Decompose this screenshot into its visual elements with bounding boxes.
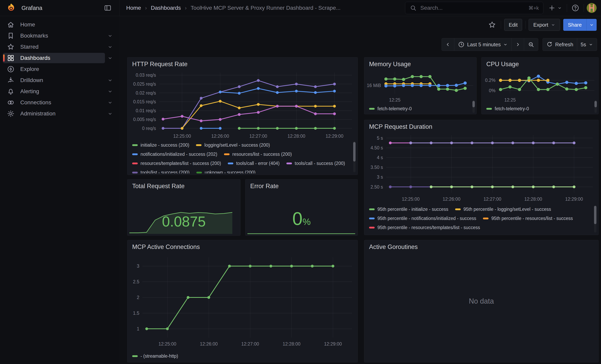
svg-text:12:25:00: 12:25:00: [173, 134, 191, 139]
topbar-actions: ⌘+k: [405, 2, 601, 14]
favorite-star-icon[interactable]: [487, 19, 498, 30]
panel-title[interactable]: Active Goroutines: [364, 242, 598, 252]
sidebar-item-home: Home: [3, 19, 115, 30]
svg-text:1: 1: [137, 326, 139, 331]
panel-total-request-rate: Total Request Rate 0.0875: [127, 179, 240, 236]
help-icon[interactable]: [570, 2, 581, 13]
sidebar-link-alerting[interactable]: Alerting: [3, 86, 105, 97]
legend-item[interactable]: notifications/initialized - success (202…: [132, 150, 217, 159]
legend-item[interactable]: logging/setLevel - success (200): [196, 140, 270, 150]
legend-item[interactable]: 95th percentile - resources/list - succe…: [483, 214, 573, 223]
panel-title[interactable]: HTTP Request Rate: [127, 59, 358, 69]
legend-item[interactable]: unknown - success (200): [196, 168, 256, 173]
memory-usage-chart[interactable]: 12:2516 MiB: [364, 67, 476, 102]
svg-text:12:28:00: 12:28:00: [524, 197, 542, 202]
sidebar-item-connections: Connections: [3, 97, 115, 108]
svg-text:1.5: 1.5: [133, 311, 139, 316]
sidebar-link-connections[interactable]: Connections: [3, 97, 105, 108]
edit-button[interactable]: Edit: [504, 19, 522, 31]
connections-legend: - (streamable-http): [132, 352, 351, 361]
divider: [501, 21, 501, 29]
expand-section-button[interactable]: [105, 44, 115, 50]
svg-text:12:25:00: 12:25:00: [158, 341, 176, 346]
time-shift-forward-button[interactable]: [511, 38, 524, 51]
legend-item[interactable]: initialize - success (200): [132, 140, 189, 150]
sidebar-link-starred[interactable]: Starred: [3, 42, 105, 52]
sidebar-item-label: Dashboards: [20, 55, 50, 61]
sidebar-link-bookmarks[interactable]: Bookmarks: [3, 31, 105, 41]
svg-text:5 s: 5 s: [377, 136, 383, 141]
sidebar-item-label: Connections: [20, 99, 51, 106]
drilldown-icon: [7, 76, 15, 84]
legend-item[interactable]: resources/list - success (200): [224, 150, 292, 159]
legend-item[interactable]: tools/list - success (200): [132, 168, 190, 173]
legend-swatch: [483, 217, 489, 219]
panel-title[interactable]: Error Rate: [245, 181, 358, 191]
breadcrumb-separator: ›: [145, 5, 147, 11]
sidebar-item-alerting: Alerting: [3, 86, 115, 97]
new-button[interactable]: [546, 2, 564, 13]
legend-item[interactable]: 95th percentile - logging/setLevel - suc…: [455, 205, 551, 214]
time-shift-back-button[interactable]: [442, 38, 454, 51]
mega-menu-toggle-icon[interactable]: [102, 2, 113, 13]
cpu-usage-chart[interactable]: 12:250%0.2%: [481, 67, 598, 102]
search-input[interactable]: [420, 5, 525, 11]
http-request-rate-chart[interactable]: 12:25:0012:26:0012:27:0012:28:0012:29:00…: [127, 69, 358, 140]
grafana-logo-icon[interactable]: [6, 3, 16, 13]
legend-item[interactable]: tools/call - success (200): [286, 159, 345, 168]
mcp-active-connections-chart[interactable]: 12:25:0012:26:0012:27:0012:28:0012:29:00…: [127, 252, 358, 350]
legend-scrollbar[interactable]: [594, 206, 596, 232]
sidebar-link-drilldown[interactable]: Drilldown: [3, 75, 105, 85]
search-box[interactable]: ⌘+k: [405, 2, 543, 14]
legend-swatch: [224, 153, 230, 155]
legend-item[interactable]: fetch-telemetry-0: [369, 104, 412, 113]
legend-scrollbar[interactable]: [353, 141, 356, 172]
search-icon: [410, 4, 417, 11]
legend-item[interactable]: resources/templates/list - success (200): [132, 159, 221, 168]
legend-swatch: [369, 108, 375, 110]
user-avatar[interactable]: [587, 3, 597, 13]
legend-item[interactable]: tools/call - error (404): [228, 159, 280, 168]
legend-label: fetch-telemetry-0: [495, 106, 529, 111]
zoom-out-button[interactable]: [524, 38, 538, 51]
legend-item[interactable]: - (streamable-http): [132, 352, 178, 361]
share-button[interactable]: Share: [563, 19, 587, 31]
expand-section-button[interactable]: [105, 89, 115, 94]
sidebar-link-dashboards[interactable]: Dashboards: [3, 53, 105, 63]
legend-scrollbar[interactable]: [472, 100, 475, 113]
breadcrumb-home[interactable]: Home: [126, 5, 141, 11]
expand-section-button[interactable]: [105, 55, 115, 61]
svg-text:12:27:00: 12:27:00: [241, 341, 259, 346]
mcp-request-duration-chart[interactable]: 12:25:0012:26:0012:27:0012:28:0012:29:00…: [364, 132, 598, 204]
sidebar-link-explore[interactable]: Explore: [3, 64, 115, 74]
expand-section-button[interactable]: [105, 100, 115, 105]
expand-section-button[interactable]: [105, 78, 115, 83]
legend-swatch: [369, 208, 375, 210]
time-range-picker[interactable]: Last 5 minutes: [454, 38, 511, 51]
refresh-interval-picker[interactable]: 5s: [577, 38, 597, 51]
share-dropdown-button[interactable]: [587, 19, 597, 31]
refresh-button[interactable]: Refresh: [543, 38, 577, 51]
panel-title[interactable]: MCP Request Duration: [364, 122, 598, 132]
export-button[interactable]: Export: [529, 19, 560, 31]
legend-item[interactable]: 95th percentile - initialize - success: [369, 205, 448, 214]
apps-icon: [7, 54, 15, 62]
svg-text:0.02 req/s: 0.02 req/s: [136, 90, 156, 96]
breadcrumb-dashboards[interactable]: Dashboards: [151, 5, 181, 11]
svg-text:12:28:00: 12:28:00: [287, 134, 305, 139]
chevron-down-icon: [503, 42, 508, 47]
sidebar-link-home[interactable]: Home: [3, 20, 115, 30]
svg-text:12:26:00: 12:26:00: [443, 197, 461, 202]
panel-title[interactable]: Total Request Rate: [127, 181, 240, 191]
sidebar-link-administration[interactable]: Administration: [3, 108, 105, 119]
legend-item[interactable]: 95th percentile - resources/templates/li…: [369, 223, 480, 232]
panel-memory-usage: Memory Usage 12:2516 MiB fetch-telemetry…: [364, 57, 477, 114]
sidebar-item-bookmarks: Bookmarks: [3, 30, 115, 41]
legend-item[interactable]: 95th percentile - notifications/initiali…: [369, 214, 476, 223]
expand-section-button[interactable]: [105, 33, 115, 39]
svg-text:12:27:00: 12:27:00: [250, 134, 267, 139]
panel-title[interactable]: MCP Active Connections: [127, 242, 358, 252]
legend-scrollbar[interactable]: [594, 100, 597, 113]
legend-item[interactable]: fetch-telemetry-0: [486, 104, 529, 113]
expand-section-button[interactable]: [105, 111, 115, 117]
